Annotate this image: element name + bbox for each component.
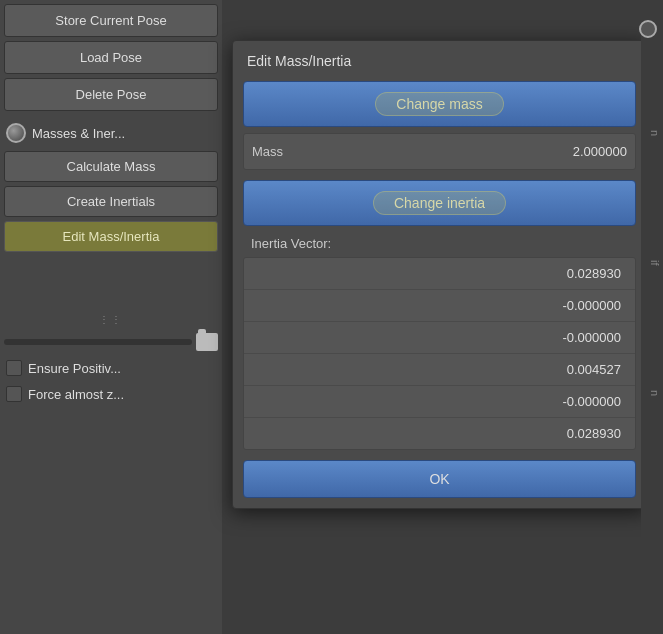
inertia-value-3: 0.004527 — [244, 354, 635, 386]
masses-label: Masses & Iner... — [32, 126, 125, 141]
left-panel: Store Current Pose Load Pose Delete Pose… — [0, 0, 222, 634]
right-edge-text-2: if — [649, 260, 661, 266]
edit-mass-inertia-button-left[interactable]: Edit Mass/Inertia — [4, 221, 218, 252]
ok-button[interactable]: OK — [243, 460, 636, 498]
change-inertia-button[interactable]: Change inertia — [243, 180, 636, 226]
edit-mass-inertia-modal: Edit Mass/Inertia Change mass Mass 2.000… — [232, 40, 647, 509]
inertia-value-2: -0.000000 — [244, 322, 635, 354]
change-mass-label: Change mass — [375, 92, 503, 116]
ensure-positive-checkbox[interactable] — [6, 360, 22, 376]
top-right-circle — [639, 20, 657, 38]
ensure-positive-label: Ensure Positiv... — [28, 361, 121, 376]
mass-field-row: Mass 2.000000 — [243, 133, 636, 170]
inertia-value-5: 0.028930 — [244, 418, 635, 449]
change-inertia-label: Change inertia — [373, 191, 506, 215]
delete-pose-button[interactable]: Delete Pose — [4, 78, 218, 111]
load-pose-button[interactable]: Load Pose — [4, 41, 218, 74]
calculate-mass-button[interactable]: Calculate Mass — [4, 151, 218, 182]
create-inertials-button[interactable]: Create Inertials — [4, 186, 218, 217]
mass-field-label: Mass — [252, 144, 283, 159]
store-pose-button[interactable]: Store Current Pose — [4, 4, 218, 37]
right-edge-text-3: n — [649, 390, 661, 396]
inertia-value-1: -0.000000 — [244, 290, 635, 322]
slider-track[interactable] — [4, 339, 192, 345]
masses-icon — [6, 123, 26, 143]
inertia-vector-label: Inertia Vector: — [243, 232, 636, 257]
slider-area — [4, 333, 218, 351]
inertia-values-container: 0.028930 -0.000000 -0.000000 0.004527 -0… — [243, 257, 636, 450]
folder-icon[interactable] — [196, 333, 218, 351]
ensure-positive-row[interactable]: Ensure Positiv... — [0, 355, 222, 381]
force-almost-zero-checkbox[interactable] — [6, 386, 22, 402]
inertia-value-0: 0.028930 — [244, 258, 635, 290]
change-mass-button[interactable]: Change mass — [243, 81, 636, 127]
modal-title: Edit Mass/Inertia — [233, 41, 646, 77]
inertia-value-4: -0.000000 — [244, 386, 635, 418]
force-almost-zero-row[interactable]: Force almost z... — [0, 381, 222, 407]
mass-field-value: 2.000000 — [573, 144, 627, 159]
right-edge-text-1: n — [649, 130, 661, 136]
masses-inertia-row: Masses & Iner... — [0, 117, 222, 149]
right-edge: n if n — [641, 0, 663, 634]
drag-handle: ⋮⋮ — [4, 314, 218, 325]
force-almost-zero-label: Force almost z... — [28, 387, 124, 402]
modal-body: Change mass Mass 2.000000 Change inertia… — [233, 77, 646, 508]
